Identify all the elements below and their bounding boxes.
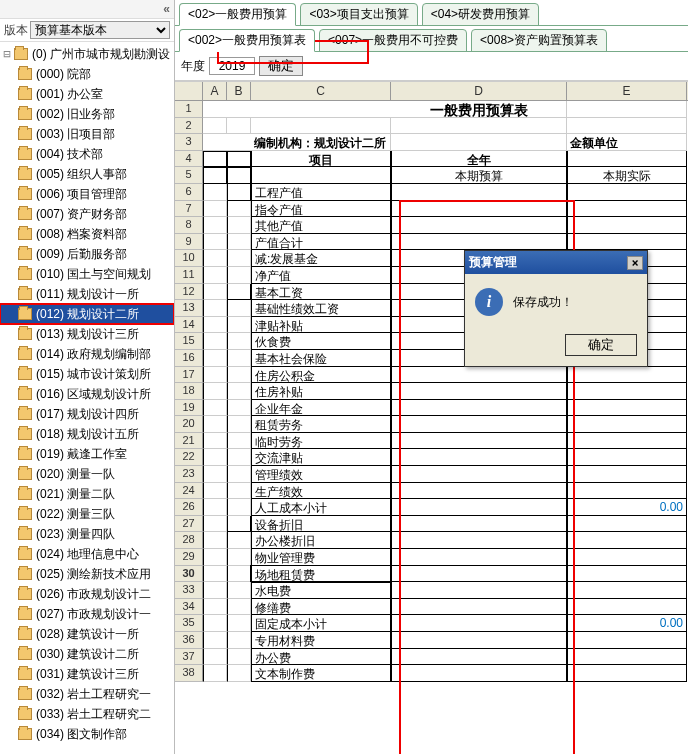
cell[interactable] <box>203 483 227 500</box>
cell[interactable] <box>391 566 567 583</box>
cell[interactable] <box>567 234 687 251</box>
cell[interactable] <box>567 118 687 135</box>
row-number[interactable]: 29 <box>175 549 203 566</box>
row-number[interactable]: 3 <box>175 134 203 151</box>
cell[interactable] <box>203 118 227 135</box>
cell[interactable] <box>203 532 227 549</box>
column-header[interactable]: C <box>251 82 391 100</box>
row-number[interactable]: 26 <box>175 499 203 516</box>
cell[interactable] <box>227 449 251 466</box>
cell[interactable] <box>227 615 251 632</box>
item-name[interactable]: 工程产值 <box>251 184 391 201</box>
row-number[interactable]: 1 <box>175 101 203 118</box>
cell[interactable] <box>203 383 227 400</box>
row-number[interactable]: 18 <box>175 383 203 400</box>
tree-item[interactable]: (025) 测绘新技术应用 <box>0 564 174 584</box>
tree-item[interactable]: (022) 测量三队 <box>0 504 174 524</box>
row-number[interactable]: 9 <box>175 234 203 251</box>
cell[interactable] <box>391 582 567 599</box>
cell[interactable] <box>391 234 567 251</box>
item-name[interactable]: 办公费 <box>251 649 391 666</box>
cell[interactable] <box>227 483 251 500</box>
cell[interactable] <box>391 615 567 632</box>
cell[interactable] <box>391 516 567 533</box>
cell[interactable] <box>227 201 251 218</box>
category-output[interactable]: 产值收入 <box>227 184 251 201</box>
row-number[interactable]: 12 <box>175 284 203 301</box>
cell[interactable] <box>567 367 687 384</box>
item-name[interactable]: 指令产值 <box>251 201 391 218</box>
tab[interactable]: <007>一般费用不可控费 <box>319 29 467 52</box>
cell[interactable] <box>203 632 227 649</box>
cell[interactable] <box>227 234 251 251</box>
cell[interactable] <box>227 599 251 616</box>
cell[interactable] <box>227 333 251 350</box>
tree-item[interactable]: (028) 建筑设计一所 <box>0 624 174 644</box>
item-name[interactable]: 津贴补贴 <box>251 317 391 334</box>
cell[interactable] <box>227 416 251 433</box>
column-header[interactable]: A <box>203 82 227 100</box>
cell[interactable] <box>203 350 227 367</box>
cell[interactable] <box>203 234 227 251</box>
tree-item[interactable]: (014) 政府规划编制部 <box>0 344 174 364</box>
cell[interactable] <box>391 118 567 135</box>
cell[interactable] <box>203 201 227 218</box>
cell[interactable] <box>567 649 687 666</box>
year-confirm-button[interactable]: 确定 <box>259 56 303 76</box>
tree-item[interactable]: (011) 规划设计一所 <box>0 284 174 304</box>
cell[interactable] <box>391 400 567 417</box>
cell[interactable] <box>391 184 567 201</box>
cell[interactable] <box>203 582 227 599</box>
cell[interactable]: 0.00 <box>567 615 687 632</box>
cell[interactable] <box>203 134 227 151</box>
tree-item[interactable]: (007) 资产财务部 <box>0 204 174 224</box>
cell[interactable] <box>567 383 687 400</box>
org-label[interactable]: 编制机构：规划设计二所 <box>251 134 391 151</box>
item-name[interactable]: 文本制作费 <box>251 665 391 682</box>
cell[interactable] <box>567 632 687 649</box>
row-number[interactable]: 13 <box>175 300 203 317</box>
cell[interactable] <box>567 665 687 682</box>
tree-item[interactable]: (032) 岩土工程研究一 <box>0 684 174 704</box>
category-labor[interactable]: 人工成本 <box>227 284 251 301</box>
row-number[interactable]: 37 <box>175 649 203 666</box>
cell[interactable] <box>391 632 567 649</box>
cell[interactable] <box>391 449 567 466</box>
cell[interactable] <box>227 549 251 566</box>
item-name[interactable]: 其他产值 <box>251 217 391 234</box>
cell[interactable] <box>203 317 227 334</box>
row-number[interactable]: 22 <box>175 449 203 466</box>
item-name[interactable]: 基础性绩效工资 <box>251 300 391 317</box>
row-number[interactable]: 5 <box>175 167 203 184</box>
item-name[interactable]: 基本社会保险 <box>251 350 391 367</box>
cell[interactable] <box>227 649 251 666</box>
row-number[interactable]: 33 <box>175 582 203 599</box>
row-number[interactable]: 6 <box>175 184 203 201</box>
item-name[interactable]: 住房公积金 <box>251 367 391 384</box>
row-number[interactable]: 27 <box>175 516 203 533</box>
cell[interactable] <box>203 250 227 267</box>
cell[interactable] <box>227 118 251 135</box>
sidebar-collapse-icon[interactable]: « <box>163 2 170 16</box>
amount-unit[interactable]: 金额单位 <box>567 134 687 151</box>
cell[interactable] <box>203 284 227 301</box>
cell[interactable] <box>227 466 251 483</box>
tree-item[interactable]: (013) 规划设计三所 <box>0 324 174 344</box>
cell[interactable] <box>203 167 227 184</box>
tree-item[interactable]: (002) 旧业务部 <box>0 104 174 124</box>
row-number[interactable]: 10 <box>175 250 203 267</box>
cell[interactable] <box>227 317 251 334</box>
cell[interactable] <box>203 599 227 616</box>
cell[interactable] <box>391 483 567 500</box>
tree-item[interactable]: (009) 后勤服务部 <box>0 244 174 264</box>
cell[interactable] <box>567 566 687 583</box>
tree-item[interactable]: (019) 戴逢工作室 <box>0 444 174 464</box>
cell[interactable] <box>567 483 687 500</box>
tab[interactable]: <008>资产购置预算表 <box>471 29 607 52</box>
tree-item[interactable]: (017) 规划设计四所 <box>0 404 174 424</box>
cell[interactable] <box>227 151 251 168</box>
cell[interactable] <box>227 632 251 649</box>
cell[interactable] <box>567 151 687 168</box>
cell[interactable] <box>227 350 251 367</box>
tree-item[interactable]: (031) 建筑设计三所 <box>0 664 174 684</box>
